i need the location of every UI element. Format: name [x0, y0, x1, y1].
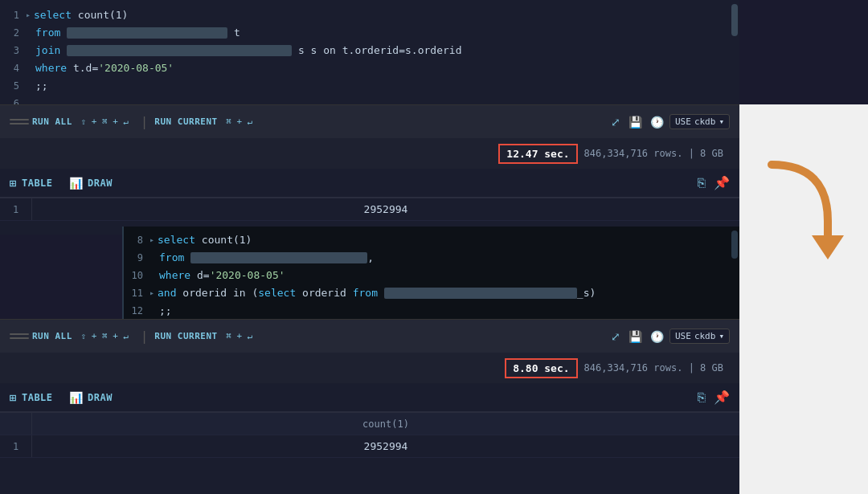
- keyword-from-mid: from: [159, 249, 184, 267]
- db-label-mid: USE: [675, 331, 691, 341]
- pin-icon-mid[interactable]: 📌: [714, 390, 730, 405]
- line-num-12: 12: [124, 302, 149, 320]
- result-header-col-mid: count(1): [32, 418, 739, 430]
- result-row-top-1: 1 2952994: [0, 198, 739, 221]
- chevron-icon-mid: ▾: [719, 331, 724, 341]
- drag-handle-top[interactable]: [10, 116, 29, 129]
- run-current-button-mid[interactable]: RUN CURRENT: [154, 331, 217, 341]
- result-value-top-1: 2952994: [32, 203, 739, 215]
- func-count-mid: count(1): [202, 231, 252, 249]
- sep-1: |: [141, 114, 149, 129]
- line-num-2: 2: [0, 24, 26, 42]
- scrollbar-thumb-mid[interactable]: [731, 231, 738, 259]
- code-line-12: 12 ;;: [124, 302, 739, 320]
- arrow-decoration: [755, 157, 852, 253]
- drag-handle-mid[interactable]: [10, 330, 29, 343]
- toolbar-top: RUN ALL ⇧ + ⌘ + ↵ | RUN CURRENT ⌘ + ↵ ⤢ …: [0, 104, 739, 138]
- scrollbar-mid[interactable]: [730, 227, 739, 323]
- line-dot-1: ▸: [26, 6, 31, 24]
- save-icon-mid[interactable]: 💾: [628, 330, 642, 343]
- keyword-from: from: [35, 24, 60, 42]
- copy-icon-mid[interactable]: ⎘: [698, 390, 706, 405]
- drag-line-2: [10, 123, 29, 125]
- blurred-table-mid: [190, 252, 367, 263]
- result-tabs-mid: ⊞ TABLE 📊 DRAW ⎘ 📌: [0, 383, 739, 412]
- top-code-area: 1 ▸ select count(1) 2 from t 3 join s s …: [0, 0, 739, 119]
- result-value-mid-1: 2952994: [32, 440, 739, 452]
- line-num-8: 8: [124, 231, 149, 249]
- rows-text-mid: 846,334,716 rows. | 8 GB: [578, 362, 730, 374]
- copy-icon-top[interactable]: ⎘: [698, 175, 706, 190]
- mid-editor-panel: 8 ▸ select count(1) 9 from , 10 where d=…: [122, 227, 739, 325]
- keyword-select-mid: select: [158, 231, 195, 249]
- scrollbar-top[interactable]: [730, 0, 739, 104]
- result-tabs-top: ⊞ TABLE 📊 DRAW ⎘ 📌: [0, 169, 739, 198]
- scrollbar-thumb-top[interactable]: [731, 4, 738, 36]
- keyword-and-mid: and: [158, 284, 176, 302]
- line-num-11: 11: [124, 284, 149, 302]
- join-suffix: s s on t.orderid=s.orderid: [292, 42, 461, 59]
- code-line-2: 2 from t: [0, 24, 739, 42]
- draw-icon-mid: 📊: [69, 391, 84, 404]
- orderid-text: orderid in (: [182, 284, 258, 302]
- tab-actions-top: ⎘ 📌: [698, 175, 730, 190]
- line-num-5: 5: [0, 77, 26, 95]
- run-all-shortcut-mid: ⇧ + ⌘ + ↵: [76, 331, 134, 341]
- drag-line-mid-1: [10, 333, 29, 335]
- blurred-table-2: [67, 45, 292, 56]
- orderid-col: orderid: [302, 284, 346, 302]
- tab-draw-mid[interactable]: 📊 DRAW: [69, 391, 113, 404]
- tab-draw-label-top: DRAW: [88, 178, 113, 189]
- rows-text-top: 846,334,716 rows. | 8 GB: [578, 148, 730, 159]
- sep-mid-1: |: [141, 329, 149, 344]
- run-all-button-top[interactable]: RUN ALL: [32, 116, 72, 127]
- code-line-1: 1 ▸ select count(1): [0, 6, 739, 24]
- func-count: count(1): [78, 6, 129, 24]
- fullscreen-icon-top[interactable]: ⤢: [611, 116, 620, 129]
- line-num-3: 3: [0, 42, 26, 59]
- mid-code-area: 8 ▸ select count(1) 9 from , 10 where d=…: [124, 227, 739, 325]
- pin-icon-top[interactable]: 📌: [714, 175, 730, 190]
- code-line-4: 4 where t.d='2020-08-05': [0, 59, 739, 77]
- history-icon-mid[interactable]: 🕐: [650, 330, 664, 343]
- code-line-3: 3 join s s on t.orderid=s.orderid: [0, 42, 739, 59]
- table-icon-mid: ⊞: [10, 391, 17, 404]
- arrow-svg: [755, 157, 852, 269]
- result-rownum-mid-1: 1: [0, 435, 32, 457]
- keyword-where-mid: where: [159, 267, 190, 284]
- tab-table-mid[interactable]: ⊞ TABLE: [10, 391, 53, 404]
- run-current-button-top[interactable]: RUN CURRENT: [154, 116, 217, 127]
- code-line-5: 5 ;;: [0, 77, 739, 95]
- tab-table-label-mid: TABLE: [22, 392, 53, 403]
- keyword-join: join: [35, 42, 60, 59]
- run-all-button-mid[interactable]: RUN ALL: [32, 331, 72, 341]
- result-table-mid: count(1) 1 2952994: [0, 412, 739, 494]
- tab-draw-top[interactable]: 📊 DRAW: [69, 177, 113, 190]
- code-line-8: 8 ▸ select count(1): [124, 231, 739, 249]
- run-current-shortcut-top: ⌘ + ↵: [221, 116, 253, 127]
- fullscreen-icon-mid[interactable]: ⤢: [611, 330, 620, 343]
- draw-icon-top: 📊: [69, 177, 84, 190]
- tab-table-top[interactable]: ⊞ TABLE: [10, 177, 53, 190]
- db-select-mid[interactable]: USE ckdb ▾: [669, 329, 730, 344]
- history-icon-top[interactable]: 🕐: [650, 116, 664, 129]
- semicolon-mid: ;;: [159, 302, 172, 320]
- run-current-shortcut-mid: ⌘ + ↵: [221, 331, 253, 341]
- time-badge-mid: 8.80 sec.: [505, 358, 577, 378]
- run-all-shortcut-top: ⇧ + ⌘ + ↵: [76, 116, 134, 127]
- db-name-mid: ckdb: [694, 331, 716, 341]
- tab-table-label-top: TABLE: [22, 178, 53, 189]
- blurred-table-1: [67, 27, 227, 39]
- alias-t: t: [234, 24, 240, 42]
- line-num-1: 1: [0, 6, 26, 24]
- save-icon-top[interactable]: 💾: [628, 116, 642, 129]
- drag-line-mid-2: [10, 337, 29, 339]
- keyword-select: select: [34, 6, 72, 24]
- code-line-11: 11 ▸ and orderid in (select orderid from…: [124, 284, 739, 302]
- chevron-icon-top: ▾: [719, 116, 724, 127]
- drag-line-1: [10, 119, 29, 120]
- result-row-mid-1: 1 2952994: [0, 435, 739, 458]
- toolbar-mid: RUN ALL ⇧ + ⌘ + ↵ | RUN CURRENT ⌘ + ↵ ⤢ …: [0, 319, 739, 353]
- db-select-top[interactable]: USE ckdb ▾: [669, 114, 730, 129]
- svg-marker-0: [812, 235, 844, 259]
